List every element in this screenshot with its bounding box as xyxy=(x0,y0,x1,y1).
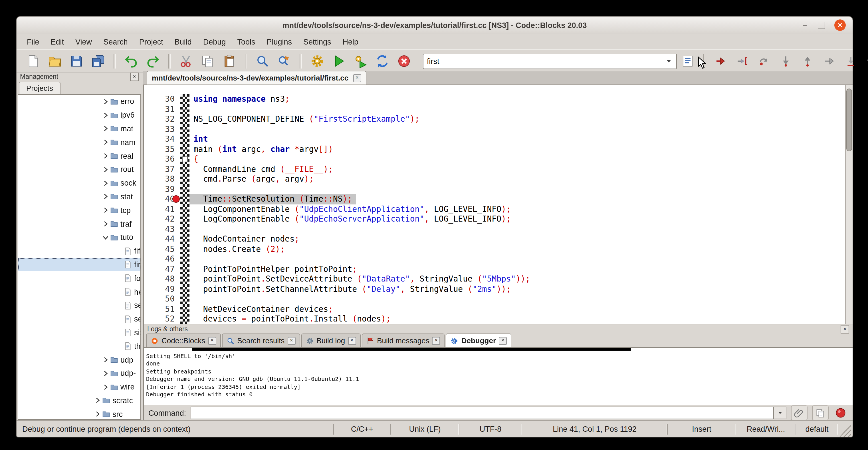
marker-margin[interactable] xyxy=(180,244,189,254)
marker-margin[interactable] xyxy=(180,134,189,144)
cut-button[interactable] xyxy=(178,53,195,70)
menu-debug[interactable]: Debug xyxy=(197,36,232,48)
tree-item-udp[interactable]: udp xyxy=(18,353,141,367)
tree-item-udp[interactable]: udp- xyxy=(18,367,141,380)
rebuild-button[interactable] xyxy=(374,53,391,70)
chevron-collapsed-icon[interactable] xyxy=(102,139,109,146)
editor-line-44[interactable]: 44 NodeContainer nodes; xyxy=(144,234,845,244)
tree-item-fo[interactable]: fo xyxy=(18,272,141,285)
scrollbar-thumb[interactable] xyxy=(846,89,852,151)
chevron-expanded-icon[interactable] xyxy=(102,234,109,241)
marker-margin[interactable] xyxy=(180,204,189,214)
chevron-collapsed-icon[interactable] xyxy=(102,98,109,105)
command-history-dropdown[interactable] xyxy=(774,407,786,419)
editor-line-45[interactable]: 45 nodes.Create (2); xyxy=(144,244,845,254)
projects-tree[interactable]: erroipv6matnamrealroutsockstattcptraftut… xyxy=(18,94,141,420)
close-icon[interactable]: × xyxy=(353,74,361,82)
menu-edit[interactable]: Edit xyxy=(45,36,70,48)
abort-build-button[interactable] xyxy=(396,53,412,70)
copy-button[interactable] xyxy=(199,53,216,70)
menu-build[interactable]: Build xyxy=(169,36,197,48)
chevron-collapsed-icon[interactable] xyxy=(102,370,109,377)
editor-line-39[interactable]: 39 xyxy=(144,184,845,194)
editor-tab-first-cc[interactable]: mnt/dev/tools/source/ns-3-dev/examples/t… xyxy=(147,71,366,85)
compile-button[interactable] xyxy=(309,53,326,70)
step-out-button[interactable] xyxy=(799,53,816,70)
log-tab-debugger[interactable]: Debugger× xyxy=(446,333,511,347)
editor-line-51[interactable]: 51 NetDeviceContainer devices; xyxy=(144,304,845,314)
stop-debugger-button[interactable] xyxy=(833,406,848,420)
chevron-collapsed-icon[interactable] xyxy=(94,397,101,404)
tree-item-nam[interactable]: nam xyxy=(18,136,141,149)
log-tab-code-blocks[interactable]: Code::Blocks× xyxy=(146,333,221,347)
chevron-collapsed-icon[interactable] xyxy=(94,411,101,417)
run-to-cursor-button[interactable] xyxy=(734,53,751,70)
tree-item-he[interactable]: he xyxy=(18,285,141,299)
marker-margin[interactable] xyxy=(180,164,189,174)
editor-line-47[interactable]: 47 PointToPointHelper pointToPoint; xyxy=(144,264,845,274)
chevron-collapsed-icon[interactable] xyxy=(102,193,109,200)
tree-item-rout[interactable]: rout xyxy=(18,163,141,176)
editor-line-33[interactable]: 33 xyxy=(144,124,845,134)
editor-line-43[interactable]: 43 xyxy=(144,224,845,234)
tree-item-sock[interactable]: sock xyxy=(18,176,141,190)
breakpoint-marker[interactable] xyxy=(172,195,180,203)
editor-line-40[interactable]: 40 Time::SetResolution (Time::NS); xyxy=(144,194,845,204)
marker-margin[interactable] xyxy=(180,184,189,194)
menu-file[interactable]: File xyxy=(21,36,45,48)
marker-margin[interactable] xyxy=(180,274,189,284)
editor-line-52[interactable]: 52 devices = pointToPoint.Install (nodes… xyxy=(144,314,845,324)
tree-item-tuto[interactable]: tuto xyxy=(18,231,141,244)
log-tab-build-log[interactable]: Build log× xyxy=(301,333,361,347)
marker-margin[interactable] xyxy=(180,254,189,264)
marker-margin[interactable] xyxy=(180,124,189,134)
new-file-button[interactable] xyxy=(25,53,42,70)
editor-line-46[interactable]: 46 xyxy=(144,254,845,264)
editor-line-41[interactable]: 41 LogComponentEnable ("UdpEchoClientApp… xyxy=(144,204,845,214)
debug-continue-button[interactable] xyxy=(712,53,729,70)
build-target-options-button[interactable] xyxy=(679,53,696,70)
tree-item-six[interactable]: six xyxy=(18,326,141,339)
menu-view[interactable]: View xyxy=(70,36,98,48)
tree-item-ipv6[interactable]: ipv6 xyxy=(18,109,141,122)
save-all-button[interactable] xyxy=(90,53,107,70)
chevron-collapsed-icon[interactable] xyxy=(102,220,109,227)
marker-margin[interactable] xyxy=(180,314,189,324)
open-folder-button[interactable] xyxy=(46,53,63,70)
tree-item-traf[interactable]: traf xyxy=(18,217,141,231)
build-target-combo[interactable]: first xyxy=(423,53,677,69)
marker-margin[interactable] xyxy=(180,304,189,314)
chevron-collapsed-icon[interactable] xyxy=(102,180,109,186)
tree-item-erro[interactable]: erro xyxy=(18,95,141,109)
editor-vertical-scrollbar[interactable] xyxy=(845,85,852,324)
menu-help[interactable]: Help xyxy=(337,36,364,48)
close-icon[interactable]: × xyxy=(348,337,356,344)
marker-margin[interactable] xyxy=(180,214,189,224)
paperclip-button[interactable] xyxy=(791,406,807,420)
editor-line-38[interactable]: 38 cmd.Parse (argc, argv); xyxy=(144,174,845,184)
tab-projects[interactable]: Projects xyxy=(19,82,61,94)
tree-item-src[interactable]: src xyxy=(18,408,141,420)
undo-button[interactable] xyxy=(123,53,140,70)
close-icon[interactable]: × xyxy=(432,337,440,344)
code-editor[interactable]: 30using namespace ns3;3132NS_LOG_COMPONE… xyxy=(143,85,845,324)
titlebar[interactable]: mnt/dev/tools/source/ns-3-dev/examples/t… xyxy=(17,17,852,34)
close-icon[interactable]: × xyxy=(130,72,139,81)
tree-item-th[interactable]: th xyxy=(18,339,141,353)
marker-margin[interactable] xyxy=(180,174,189,184)
run-button[interactable] xyxy=(331,53,347,70)
chevron-collapsed-icon[interactable] xyxy=(102,112,109,119)
editor-line-31[interactable]: 31 xyxy=(144,104,845,114)
marker-margin[interactable] xyxy=(180,294,189,304)
editor-line-49[interactable]: 49 pointToPoint.SetChannelAttribute ("De… xyxy=(144,284,845,294)
editor-line-37[interactable]: 37 CommandLine cmd (__FILE__); xyxy=(144,164,845,174)
log-tab-build-messages[interactable]: Build messages× xyxy=(362,333,445,347)
editor-line-30[interactable]: 30using namespace ns3; xyxy=(144,94,845,104)
replace-button[interactable] xyxy=(276,53,293,70)
close-icon[interactable]: × xyxy=(841,325,849,333)
tree-item-se[interactable]: se xyxy=(18,312,141,326)
build-and-run-button[interactable] xyxy=(352,53,369,70)
tree-item-mat[interactable]: mat xyxy=(18,122,141,136)
next-instruction-button[interactable] xyxy=(820,53,838,70)
tree-item-real[interactable]: real xyxy=(18,149,141,163)
